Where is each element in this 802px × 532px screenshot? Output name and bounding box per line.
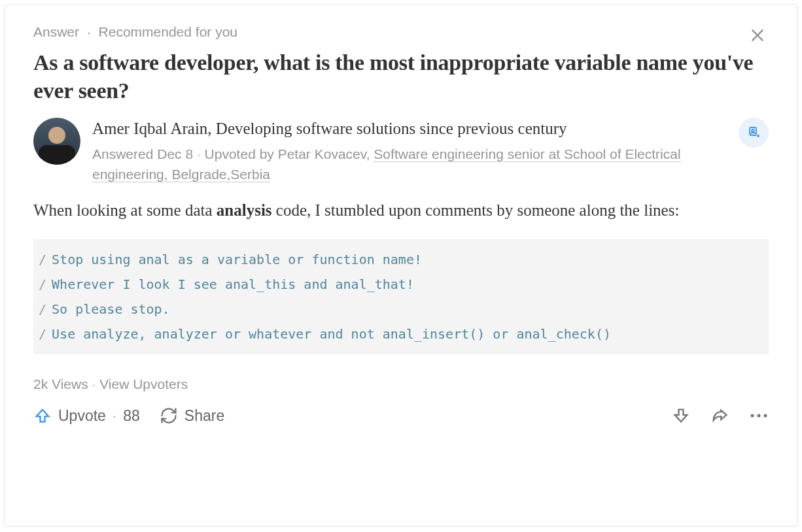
forward-button[interactable] (710, 407, 729, 425)
code-block: /Stop using anal as a variable or functi… (33, 239, 769, 354)
author-tagline: Developing software solutions since prev… (216, 120, 567, 137)
author-row: Amer Iqbal Arain, Developing software so… (33, 118, 769, 185)
author-name-line: Amer Iqbal Arain, Developing software so… (92, 118, 727, 140)
answer-card: Answer · Recommended for you As a softwa… (4, 4, 798, 527)
body-bold: analysis (217, 201, 272, 219)
svg-point-7 (758, 414, 761, 418)
svg-point-6 (751, 414, 754, 418)
upvote-button[interactable]: Upvote · 88 (33, 407, 140, 425)
share-label: Share (184, 407, 224, 425)
author-name[interactable]: Amer Iqbal Arain (92, 120, 207, 137)
separator-dot: · (92, 376, 100, 391)
upvoted-by-prefix: Upvoted by (205, 146, 278, 161)
separator-dot: · (87, 24, 91, 39)
header-row: Answer · Recommended for you (33, 24, 769, 49)
more-icon (749, 412, 769, 419)
follow-user-button[interactable] (739, 118, 769, 148)
user-plus-icon (746, 125, 761, 141)
code-line: /So please stop. (39, 297, 758, 322)
separator-dot: · (197, 146, 205, 161)
answer-body: When looking at some data analysis code,… (33, 198, 769, 223)
upvote-icon (33, 407, 52, 425)
answered-date[interactable]: Answered Dec 8 (92, 146, 193, 161)
more-button[interactable] (749, 412, 769, 419)
question-title[interactable]: As a software developer, what is the mos… (33, 49, 769, 105)
share-button[interactable]: Share (160, 407, 224, 425)
avatar[interactable] (33, 118, 80, 165)
downvote-icon (672, 407, 690, 425)
body-post: code, I stumbled upon comments by someon… (272, 201, 680, 219)
separator-dot: · (113, 407, 116, 425)
close-button[interactable] (746, 24, 769, 46)
view-count: 2k Views (33, 376, 88, 391)
svg-rect-2 (750, 127, 756, 135)
view-upvoters-link[interactable]: View Upvoters (99, 376, 188, 391)
action-right (672, 407, 769, 425)
author-text: Amer Iqbal Arain, Developing software so… (92, 118, 727, 185)
comma: , (207, 120, 216, 137)
meta-line: Answer · Recommended for you (33, 24, 237, 40)
code-line: /Wherever I look I see anal_this and ana… (39, 272, 758, 297)
category-label[interactable]: Answer (33, 24, 79, 39)
action-left: Upvote · 88 Share (33, 407, 224, 425)
recycle-icon (160, 407, 178, 425)
answer-meta: Answered Dec 8 · Upvoted by Petar Kovace… (92, 144, 727, 185)
upvoter-name[interactable]: Petar Kovacev (278, 146, 366, 161)
svg-point-3 (752, 129, 754, 132)
close-icon (749, 27, 766, 44)
code-line: /Stop using anal as a variable or functi… (39, 247, 758, 272)
stats-line: 2k Views · View Upvoters (33, 376, 769, 392)
body-pre: When looking at some data (33, 201, 217, 219)
share-arrow-icon (710, 407, 729, 425)
svg-point-8 (764, 414, 767, 418)
action-bar: Upvote · 88 Share (33, 407, 769, 425)
reason-label: Recommended for you (99, 24, 237, 39)
downvote-button[interactable] (672, 407, 690, 425)
upvote-label: Upvote (58, 407, 106, 425)
code-line: /Use analyze, analyzer or whatever and n… (39, 322, 758, 346)
upvote-count: 88 (123, 407, 140, 425)
